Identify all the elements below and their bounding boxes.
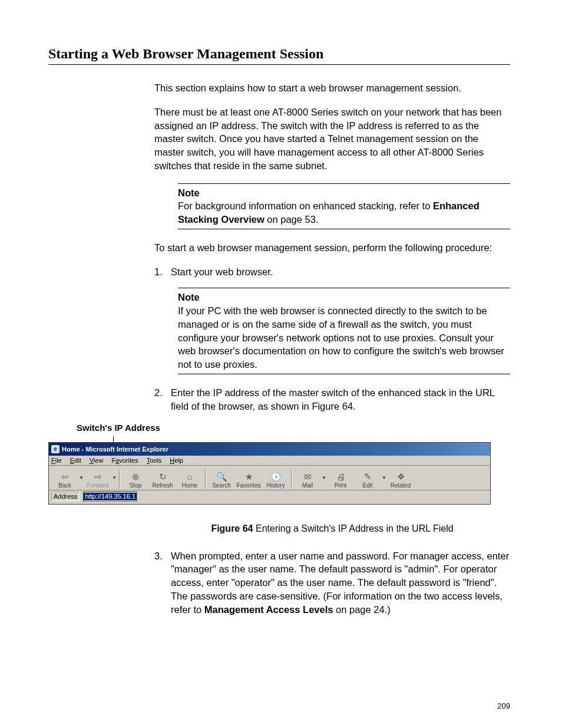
tb-history-button[interactable]: 🕓 History [262,467,289,489]
tb-refresh-button[interactable]: ↻ Refresh [149,467,176,489]
note-1-text-after: on page 53. [265,214,319,225]
figure-pointer-line [113,436,114,442]
menu-view[interactable]: View [90,457,104,464]
tb-search-button[interactable]: 🔍 Search [208,467,235,489]
step-3-ref: Management Access Levels [204,604,333,615]
figure-caption: Figure 64 Entering a Switch's IP Address… [154,522,510,535]
figure-pointer-label: Switch's IP Address [77,423,510,433]
tb-back-drop[interactable]: ▼ [78,467,84,489]
forward-arrow-icon: ⇨ [92,472,104,482]
note-1: Note For background information on enhan… [178,183,510,229]
tb-sep-1 [119,470,120,489]
favorites-icon: ★ [243,472,254,482]
figure-caption-number: Figure 64 [211,523,253,533]
page-number: 209 [497,701,510,710]
ie-address-bar: Address http://149.35.16.1 [49,490,490,504]
tb-mail-drop[interactable]: ▼ [321,467,327,489]
tb-home-button[interactable]: ⌂ Home [176,467,203,489]
note-1-label: Note [178,187,200,198]
menu-file[interactable]: File [51,457,62,464]
history-icon: 🕓 [270,472,282,482]
menu-favorites[interactable]: Favorites [111,457,138,464]
step-2-num: 2. [154,386,171,413]
refresh-icon: ↻ [157,472,168,482]
tb-stop-button[interactable]: ⊗ Stop [122,467,149,489]
print-icon: 🖨 [335,472,346,482]
step-1-num: 1. [154,265,171,279]
step-3-num: 3. [154,549,171,617]
figure-caption-text: Entering a Switch's IP Address in the UR… [253,523,454,533]
ie-title-text: Home - Microsoft Internet Explorer [62,446,168,453]
back-arrow-icon: ⇦ [59,472,71,482]
step-3-text-after: on page 24.) [333,604,390,615]
note-1-text: For background information on enhanced s… [178,200,433,211]
ie-titlebar: e Home - Microsoft Internet Explorer [49,443,490,456]
step-1-text: Start your web browser. [171,265,510,279]
ie-logo-icon: e [51,445,59,453]
address-label: Address [51,492,80,501]
mail-icon: ✉ [302,472,313,482]
title-rule [48,64,510,65]
address-field[interactable]: http://149.35.16.1 [83,492,137,502]
tb-edit-drop[interactable]: ▼ [381,467,387,489]
menu-tools[interactable]: Tools [147,457,162,464]
tb-print-button[interactable]: 🖨 Print [327,467,354,489]
note-2: Note If your PC with the web browser is … [178,288,510,374]
related-icon: ❖ [395,472,406,482]
tb-edit-button[interactable]: ✎ Edit [354,467,381,489]
ie-menubar: File Edit View Favorites Tools Help [49,456,490,466]
procedure-intro: To start a web browser management sessio… [154,241,510,255]
tb-sep-2 [205,470,206,489]
edit-icon: ✎ [362,472,373,482]
note-2-text: If your PC with the web browser is conne… [178,304,510,371]
intro-para-1: This section explains how to start a web… [154,81,510,95]
tb-sep-3 [291,470,292,489]
step-2-text: Enter the IP address of the master switc… [171,386,510,413]
address-value: http://149.35.16.1 [84,493,137,500]
tb-forward-drop[interactable]: ▼ [111,467,117,489]
search-icon: 🔍 [216,472,227,482]
step-2: 2. Enter the IP address of the master sw… [154,386,510,413]
tb-forward-button[interactable]: ⇨ Forward [84,467,111,489]
note-2-label: Note [178,292,200,302]
tb-related-button[interactable]: ❖ Related [387,467,414,489]
menu-help[interactable]: Help [170,457,183,464]
ie-toolbar: ⇦ Back ▼ ⇨ Forward ▼ ⊗ Stop ↻ Refresh ⌂ … [49,466,490,490]
stop-icon: ⊗ [130,472,141,482]
intro-para-2: There must be at least one AT-8000 Serie… [154,106,510,173]
tb-favorites-button[interactable]: ★ Favorites [235,467,262,489]
ie-window: e Home - Microsoft Internet Explorer Fil… [48,442,491,505]
section-title: Starting a Web Browser Management Sessio… [48,46,510,62]
step-1: 1. Start your web browser. [154,265,510,279]
tb-mail-button[interactable]: ✉ Mail [294,467,321,489]
home-icon: ⌂ [184,472,196,482]
tb-back-button[interactable]: ⇦ Back [51,467,78,489]
step-3: 3. When prompted, enter a user name and … [154,549,510,617]
menu-edit[interactable]: Edit [70,457,81,464]
